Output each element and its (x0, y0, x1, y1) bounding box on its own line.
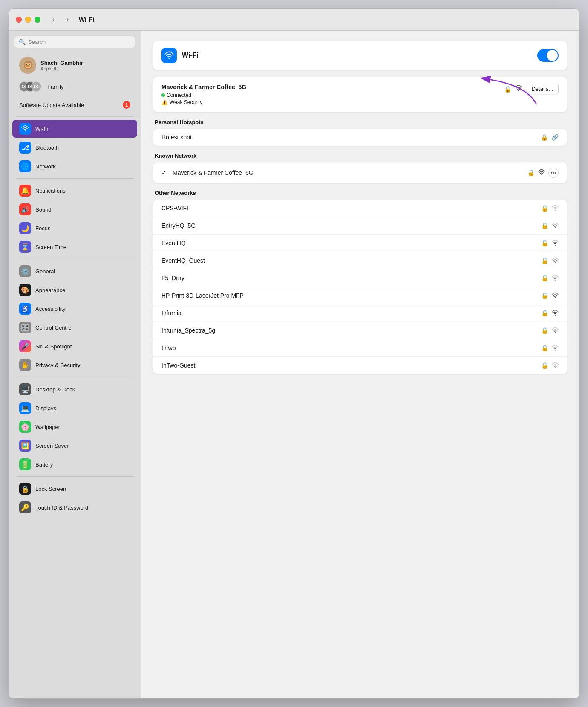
sidebar-item-screentime[interactable]: ⌛ Screen Time (12, 238, 137, 256)
network-icon: 🌐 (19, 160, 31, 172)
divider-1 (16, 116, 134, 117)
wifi-toggle[interactable] (537, 49, 559, 62)
desktop-icon: 🖥️ (19, 383, 31, 395)
divider-2 (16, 178, 134, 179)
sidebar-item-battery[interactable]: 🔋 Battery (12, 455, 137, 473)
lock-icon: 🔒 (541, 327, 548, 334)
table-row[interactable]: F5_Dray 🔒 (153, 269, 567, 287)
software-update-item[interactable]: Software Update Available 1 (12, 98, 137, 112)
details-button[interactable]: Details... (526, 84, 559, 94)
known-wifi-icon (538, 169, 545, 177)
search-box[interactable]: 🔍 Search (14, 36, 135, 48)
table-row[interactable]: Infurnia_Spectra_5g 🔒 (153, 322, 567, 339)
sidebar-user[interactable]: 🐵 Shachi Gambhir Apple ID (12, 53, 137, 77)
sidebar: 🔍 Search 🐵 Shachi Gambhir Apple ID SG SG… (9, 31, 141, 698)
svg-point-2 (518, 90, 519, 91)
table-row[interactable]: HP-Print-8D-LaserJet Pro MFP 🔒 (153, 287, 567, 304)
sidebar-item-network[interactable]: 🌐 Network (12, 157, 137, 175)
wifi-signal-icon (515, 84, 522, 93)
table-row[interactable]: Intwo 🔒 (153, 339, 567, 357)
svg-point-8 (555, 262, 556, 263)
svg-point-12 (555, 332, 556, 333)
sidebar-item-sound[interactable]: 🔊 Sound (12, 200, 137, 218)
wifi-icon (552, 205, 559, 212)
table-row[interactable]: InTwo-Guest 🔒 (153, 357, 567, 374)
network-icons-entryhq: 🔒 (541, 222, 559, 229)
sidebar-item-appearance[interactable]: 🎨 Appearance (12, 281, 137, 299)
network-name-eventhq: EventHQ (161, 240, 537, 246)
sidebar-item-wallpaper[interactable]: 🌸 Wallpaper (12, 418, 137, 436)
sidebar-item-screensaver[interactable]: 🖼️ Screen Saver (12, 437, 137, 455)
table-row[interactable]: EntryHQ_5G 🔒 (153, 217, 567, 235)
personal-hotspots-list: Hotest spot 🔒 🔗 (153, 129, 567, 146)
table-row[interactable]: EventHQ 🔒 (153, 235, 567, 252)
network-icons-intwo: 🔒 (541, 345, 559, 351)
search-icon: 🔍 (19, 39, 26, 45)
close-button[interactable] (16, 17, 22, 23)
sidebar-item-notifications[interactable]: 🔔 Notifications (12, 182, 137, 200)
sidebar-item-lockscreen[interactable]: 🔒 Lock Screen (12, 480, 137, 498)
maximize-button[interactable] (35, 17, 40, 23)
sidebar-item-desktop[interactable]: 🖥️ Desktop & Dock (12, 380, 137, 398)
hotspot-link-icon: 🔗 (551, 134, 559, 141)
traffic-lights (16, 17, 40, 23)
displays-icon: 💻 (19, 402, 31, 414)
battery-label: Battery (35, 461, 53, 468)
lock-icon: 🔒 (541, 240, 548, 246)
network-name-cps: CPS-WIFI (161, 205, 537, 212)
wifi-icon (552, 345, 559, 351)
minimize-button[interactable] (25, 17, 31, 23)
sidebar-item-focus[interactable]: 🌙 Focus (12, 219, 137, 237)
lock-icon: 🔒 (541, 257, 548, 264)
network-icons-f5: 🔒 (541, 275, 559, 281)
network-icons-eventhq: 🔒 (541, 240, 559, 246)
hotspot-lock-icon: 🔒 (541, 134, 548, 141)
sidebar-item-general[interactable]: ⚙️ General (12, 262, 137, 280)
notifications-icon: 🔔 (19, 185, 31, 197)
content-area: 🔍 Search 🐵 Shachi Gambhir Apple ID SG SG… (9, 31, 579, 698)
back-button[interactable]: ‹ (47, 14, 59, 26)
sidebar-item-accessibility[interactable]: ♿ Accessibility (12, 300, 137, 318)
user-info: Shachi Gambhir Apple ID (40, 60, 83, 71)
sidebar-item-family[interactable]: SG SG SG Family (12, 78, 137, 95)
main-content: Wi-Fi Maverick & Farmer Coffee_5G Connec… (141, 31, 579, 698)
forward-button[interactable]: › (62, 14, 74, 26)
divider-5 (16, 476, 134, 477)
accessibility-icon: ♿ (19, 303, 31, 315)
sidebar-item-siri[interactable]: 🎤 Siri & Spotlight (12, 337, 137, 355)
user-name: Shachi Gambhir (40, 60, 83, 66)
svg-point-1 (169, 58, 170, 59)
table-row[interactable]: EventHQ_Guest 🔒 (153, 252, 567, 269)
svg-point-14 (555, 367, 556, 368)
svg-point-6 (555, 227, 556, 228)
screentime-icon: ⌛ (19, 241, 31, 253)
table-row[interactable]: CPS-WIFI 🔒 (153, 200, 567, 217)
wifi-icon (552, 257, 559, 264)
sidebar-item-displays[interactable]: 💻 Displays (12, 399, 137, 417)
sidebar-item-touchid[interactable]: 🔑 Touch ID & Password (12, 498, 137, 516)
update-badge: 1 (123, 101, 130, 109)
known-network-list: ✓ Maverick & Farmer Coffee_5G 🔒 (153, 162, 567, 183)
svg-point-13 (555, 350, 556, 351)
screensaver-icon: 🖼️ (19, 440, 31, 452)
svg-point-9 (555, 280, 556, 281)
wifi-icon (552, 222, 559, 229)
sidebar-item-bluetooth[interactable]: ⎇ Bluetooth (12, 139, 137, 156)
connected-label: Connected (167, 92, 191, 98)
lock-icon: 🔒 (541, 345, 548, 351)
known-more-button[interactable]: ••• (548, 168, 559, 178)
lock-icon: 🔒 (541, 205, 548, 212)
sidebar-item-privacy[interactable]: ✋ Privacy & Security (12, 356, 137, 374)
connected-network-info: Maverick & Farmer Coffee_5G Connected ⚠️… (161, 84, 246, 105)
sidebar-item-controlcentre[interactable]: 🎛️ Control Centre (12, 319, 137, 336)
svg-point-5 (555, 210, 556, 211)
sidebar-item-wifi[interactable]: Wi-Fi (12, 120, 137, 138)
weak-security-row: ⚠️ Weak Security (161, 99, 246, 105)
desktop-label: Desktop & Dock (35, 386, 75, 393)
table-row[interactable]: Infurnia 🔒 (153, 304, 567, 322)
lock-icon: 🔒 (541, 292, 548, 299)
known-network-title: Known Network (153, 153, 567, 159)
wifi-icon (552, 275, 559, 281)
appearance-icon: 🎨 (19, 284, 31, 296)
hotspot-icons: 🔒 🔗 (541, 134, 559, 141)
